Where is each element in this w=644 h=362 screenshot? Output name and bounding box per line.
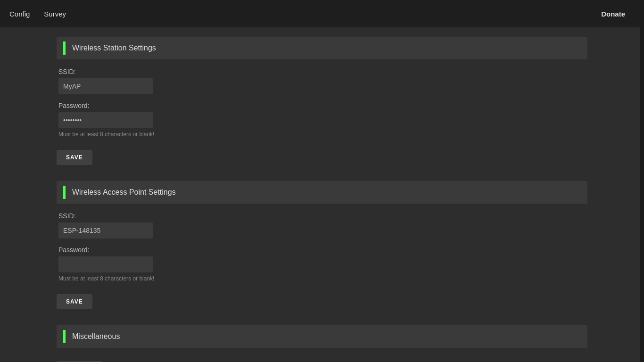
wireless-ap-accent bbox=[63, 186, 66, 199]
miscellaneous-title: Miscellaneous bbox=[72, 332, 120, 341]
miscellaneous-header: Miscellaneous bbox=[57, 325, 587, 348]
wireless-station-title: Wireless Station Settings bbox=[72, 44, 156, 52]
wireless-ap-section: Wireless Access Point Settings SSID: Pas… bbox=[57, 181, 587, 311]
miscellaneous-section: Miscellaneous REBOOT bbox=[57, 325, 587, 362]
ap-password-label: Password: bbox=[58, 246, 586, 254]
wireless-station-section: Wireless Station Settings SSID: Password… bbox=[57, 37, 587, 167]
wireless-ap-title: Wireless Access Point Settings bbox=[72, 188, 176, 197]
nav-donate[interactable]: Donate bbox=[601, 10, 625, 18]
station-ssid-label: SSID: bbox=[58, 68, 586, 75]
wireless-ap-header: Wireless Access Point Settings bbox=[57, 181, 587, 204]
nav-survey[interactable]: Survey bbox=[44, 8, 66, 20]
ap-save-button[interactable]: SAVE bbox=[57, 294, 92, 309]
station-ssid-group: SSID: bbox=[57, 68, 587, 94]
station-ssid-input[interactable] bbox=[58, 78, 153, 94]
wireless-station-accent bbox=[63, 41, 66, 55]
navbar-left: Config Survey bbox=[9, 8, 66, 20]
ap-ssid-input[interactable] bbox=[58, 222, 153, 239]
ap-password-group: Password: Must be at least 8 characters … bbox=[57, 246, 587, 282]
main-content: Wireless Station Settings SSID: Password… bbox=[0, 27, 644, 362]
scrollbar-track bbox=[640, 0, 644, 362]
navbar: Config Survey Donate bbox=[0, 0, 644, 27]
station-password-label: Password: bbox=[58, 102, 586, 109]
station-save-button[interactable]: SAVE bbox=[57, 150, 92, 165]
ap-ssid-group: SSID: bbox=[57, 212, 587, 239]
station-password-group: Password: Must be at least 8 characters … bbox=[57, 102, 587, 138]
station-password-hint: Must be at least 8 characters or blank! bbox=[58, 131, 586, 138]
ap-ssid-label: SSID: bbox=[58, 212, 586, 220]
wireless-station-header: Wireless Station Settings bbox=[57, 37, 587, 59]
nav-config[interactable]: Config bbox=[9, 8, 30, 20]
station-password-input[interactable] bbox=[58, 112, 153, 128]
ap-password-hint: Must be at least 8 characters or blank! bbox=[58, 275, 586, 282]
ap-password-input[interactable] bbox=[58, 256, 153, 272]
miscellaneous-accent bbox=[63, 330, 66, 343]
